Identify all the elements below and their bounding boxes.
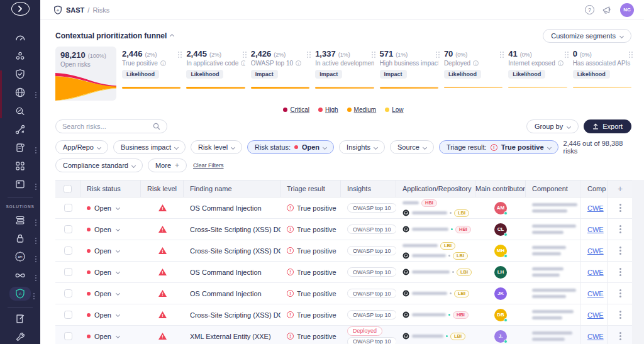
sidebar-item-menu-icon[interactable] bbox=[35, 184, 36, 185]
select-all-checkbox-cell[interactable] bbox=[55, 180, 80, 197]
sidebar-item-inventory[interactable] bbox=[8, 141, 33, 155]
collapse-chevron-icon[interactable] bbox=[170, 33, 174, 38]
main-contributor-cell[interactable]: CL bbox=[475, 219, 526, 240]
drag-handle-icon[interactable] bbox=[565, 52, 566, 53]
finding-name-link[interactable]: Cross-Site Scripting (XSS) DO... bbox=[190, 311, 280, 319]
column-header-comp[interactable]: Comp bbox=[581, 180, 608, 197]
application-repository-cell[interactable]: LBI bbox=[396, 326, 475, 344]
contributor-avatar[interactable]: JK bbox=[494, 287, 507, 300]
funnel-segment[interactable]: 70(0%)DeployediLikelihood bbox=[444, 47, 502, 101]
sidebar-item-reports[interactable] bbox=[8, 312, 33, 326]
cwe-link[interactable]: CWE bbox=[587, 333, 604, 340]
funnel-segment[interactable]: 41(0%)Internet exposediLikelihood bbox=[508, 47, 567, 101]
add-column-button[interactable]: + bbox=[608, 180, 632, 197]
finding-name-link[interactable]: OS Command Injection bbox=[190, 290, 262, 297]
sidebar-item-cicd[interactable] bbox=[8, 269, 33, 282]
filter-more-button[interactable]: More+ bbox=[148, 158, 187, 172]
main-contributor-cell[interactable]: LH bbox=[475, 262, 526, 282]
main-contributor-cell[interactable]: J. bbox=[475, 326, 526, 344]
legend-item-low[interactable]: Low bbox=[385, 106, 403, 113]
sidebar-item-menu-icon[interactable] bbox=[35, 238, 36, 239]
sidebar-item-secrets[interactable] bbox=[8, 231, 33, 245]
finding-name-link[interactable]: Cross-Site Scripting (XSS) DO... bbox=[190, 226, 280, 233]
finding-name-link[interactable]: OS Command Injection bbox=[190, 204, 262, 212]
chevron-down-icon[interactable] bbox=[116, 291, 120, 296]
info-icon[interactable]: i bbox=[296, 60, 301, 66]
table-row[interactable]: Open ! OS Command Injection ! True posit… bbox=[55, 262, 632, 283]
row-checkbox[interactable] bbox=[64, 289, 72, 297]
row-checkbox[interactable] bbox=[64, 311, 72, 319]
sidebar-item-menu-icon[interactable] bbox=[33, 293, 35, 294]
application-repository-cell[interactable]: HBILBI bbox=[396, 197, 475, 218]
chevron-down-icon[interactable] bbox=[116, 270, 120, 274]
info-icon[interactable]: i bbox=[558, 60, 564, 66]
row-menu-button[interactable] bbox=[608, 326, 632, 344]
application-repository-cell[interactable]: LBI bbox=[396, 262, 475, 282]
filter-business-impact[interactable]: Business impact bbox=[113, 140, 186, 154]
announcement-icon[interactable] bbox=[602, 5, 613, 14]
row-checkbox[interactable] bbox=[64, 247, 72, 255]
contributor-avatar[interactable]: J. bbox=[494, 330, 507, 343]
info-icon[interactable]: i bbox=[241, 60, 245, 66]
user-avatar[interactable]: NC bbox=[620, 3, 634, 17]
finding-name-link[interactable]: Cross-Site Scripting (XSS) DO... bbox=[190, 247, 280, 255]
application-repository-cell[interactable]: HBI bbox=[396, 219, 475, 240]
row-checkbox[interactable] bbox=[64, 225, 72, 233]
sidebar-item-policies[interactable] bbox=[8, 67, 33, 81]
funnel-segment[interactable]: 2,426(2%)OWASP top 10iImpact bbox=[251, 47, 309, 101]
column-header-component[interactable]: Component bbox=[526, 180, 581, 197]
row-menu-button[interactable] bbox=[608, 262, 632, 282]
application-repository-cell[interactable]: LBILBI bbox=[396, 240, 475, 261]
table-row[interactable]: Open ! Cross-Site Scripting (XSS) DO... … bbox=[55, 304, 632, 326]
info-icon[interactable]: i bbox=[473, 60, 479, 66]
funnel-segment[interactable]: 98,210(100%)Open risks bbox=[55, 47, 116, 101]
contributor-avatar[interactable]: CL bbox=[494, 223, 507, 236]
sidebar-item-graph[interactable] bbox=[8, 123, 33, 136]
column-header-triage-result[interactable]: Triage result bbox=[280, 180, 341, 197]
main-contributor-cell[interactable]: AM bbox=[475, 197, 526, 218]
customize-segments-button[interactable]: Customize segments bbox=[543, 29, 631, 43]
chevron-down-icon[interactable] bbox=[116, 313, 120, 317]
column-header-risk-status[interactable]: Risk status bbox=[80, 180, 141, 197]
export-button[interactable]: Export bbox=[584, 119, 631, 133]
column-header-main-contributor[interactable]: Main contributor bbox=[475, 180, 526, 197]
column-header-insights[interactable]: Insights bbox=[341, 180, 396, 197]
chevron-down-icon[interactable] bbox=[116, 334, 120, 338]
sidebar-item-risks[interactable] bbox=[8, 49, 33, 63]
risk-status-cell[interactable]: Open bbox=[80, 240, 141, 261]
sidebar-item-stack[interactable] bbox=[8, 213, 33, 227]
chevron-down-icon[interactable] bbox=[116, 227, 120, 231]
drag-handle-icon[interactable] bbox=[372, 52, 373, 53]
filter-risk-status[interactable]: Risk status:Open bbox=[247, 140, 334, 154]
cwe-link[interactable]: CWE bbox=[587, 290, 604, 297]
funnel-segment[interactable]: 1,337(1%)In active developmentiImpact bbox=[315, 47, 374, 101]
cwe-link[interactable]: CWE bbox=[587, 204, 604, 212]
cwe-link[interactable]: CWE bbox=[587, 226, 604, 233]
legend-item-critical[interactable]: Critical bbox=[283, 106, 309, 113]
filter-app-repo[interactable]: App/Repo bbox=[55, 140, 108, 154]
chevron-down-icon[interactable] bbox=[116, 206, 120, 210]
sidebar-item-browser[interactable] bbox=[8, 177, 33, 191]
main-contributor-cell[interactable]: MH bbox=[475, 240, 526, 261]
sidebar-item-internet[interactable] bbox=[8, 86, 33, 99]
sidebar-item-menu-icon[interactable] bbox=[35, 275, 36, 276]
funnel-segment[interactable]: 2,445(2%)In applicative codeiLikelihood bbox=[186, 47, 245, 101]
sidebar-item-api-security[interactable]: API bbox=[8, 250, 33, 264]
funnel-segment[interactable]: 571(1%)High business impactiImpact bbox=[380, 47, 438, 101]
sidebar-item-sast-active[interactable]: ‹/› bbox=[9, 287, 31, 301]
sidebar-item-settings[interactable] bbox=[8, 330, 33, 344]
funnel-segment[interactable]: 0(0%)Has associated APIsiLikelihood bbox=[573, 47, 631, 101]
contributor-avatar[interactable]: LH bbox=[494, 266, 507, 279]
breadcrumb-product[interactable]: SAST bbox=[66, 6, 84, 14]
sidebar-item-discovery[interactable] bbox=[8, 104, 33, 118]
sidebar-item-menu-icon[interactable] bbox=[35, 147, 36, 148]
sidebar-item-menu-icon[interactable] bbox=[35, 92, 36, 93]
table-row[interactable]: Open ! OS Command Injection ! True posit… bbox=[55, 197, 632, 219]
chevron-down-icon[interactable] bbox=[116, 248, 120, 253]
filter-compliance-standard[interactable]: Compliance standard bbox=[55, 158, 143, 172]
filter-insights[interactable]: Insights bbox=[339, 140, 385, 154]
main-contributor-cell[interactable]: DB bbox=[475, 304, 526, 325]
row-menu-button[interactable] bbox=[608, 304, 632, 325]
funnel-segment[interactable]: 2,446(2%)True positiveiLikelihood bbox=[122, 47, 180, 101]
table-row[interactable]: Open ! OS Command Injection ! True posit… bbox=[55, 283, 632, 304]
